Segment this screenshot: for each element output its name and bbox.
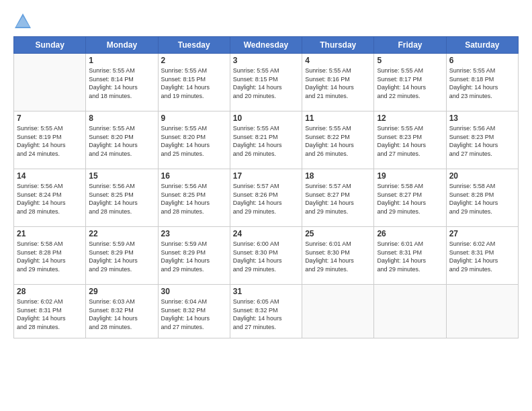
calendar-cell: 6Sunrise: 5:55 AM Sunset: 8:18 PM Daylig… [446,54,518,111]
day-number: 16 [161,171,227,181]
calendar-cell: 30Sunrise: 6:04 AM Sunset: 8:32 PM Dayli… [158,285,230,338]
day-header-monday: Monday [86,37,158,54]
day-number: 28 [17,287,83,296]
week-row-5: 28Sunrise: 6:02 AM Sunset: 8:31 PM Dayli… [14,285,519,338]
calendar-cell: 16Sunrise: 5:56 AM Sunset: 8:25 PM Dayli… [158,169,230,227]
day-number: 7 [17,113,83,123]
week-row-2: 7Sunrise: 5:55 AM Sunset: 8:19 PM Daylig… [14,111,519,169]
day-number: 15 [89,171,154,181]
day-number: 18 [305,171,371,181]
logo-icon [13,12,32,31]
day-number: 13 [449,113,515,123]
calendar-cell: 9Sunrise: 5:55 AM Sunset: 8:20 PM Daylig… [158,111,230,169]
cell-details: Sunrise: 5:55 AM Sunset: 8:18 PM Dayligh… [449,66,515,100]
cell-details: Sunrise: 5:55 AM Sunset: 8:16 PM Dayligh… [305,66,371,100]
calendar-cell: 10Sunrise: 5:55 AM Sunset: 8:21 PM Dayli… [230,111,302,169]
header [13,12,519,31]
calendar-cell: 7Sunrise: 5:55 AM Sunset: 8:19 PM Daylig… [14,111,86,169]
calendar-cell: 11Sunrise: 5:55 AM Sunset: 8:22 PM Dayli… [302,111,374,169]
day-header-wednesday: Wednesday [230,37,302,54]
cell-details: Sunrise: 5:59 AM Sunset: 8:29 PM Dayligh… [89,240,154,273]
calendar-cell: 17Sunrise: 5:57 AM Sunset: 8:26 PM Dayli… [230,169,302,227]
cell-details: Sunrise: 5:58 AM Sunset: 8:28 PM Dayligh… [449,182,515,216]
day-number: 21 [17,229,83,238]
calendar-table: SundayMondayTuesdayWednesdayThursdayFrid… [13,36,519,338]
day-number: 12 [377,113,443,123]
day-number: 26 [377,229,443,238]
calendar-cell: 23Sunrise: 5:59 AM Sunset: 8:29 PM Dayli… [158,227,230,285]
cell-details: Sunrise: 6:04 AM Sunset: 8:32 PM Dayligh… [161,298,227,331]
day-number: 23 [161,229,227,238]
day-number: 17 [233,171,299,181]
calendar-cell: 29Sunrise: 6:03 AM Sunset: 8:32 PM Dayli… [86,285,158,338]
cell-details: Sunrise: 5:55 AM Sunset: 8:20 PM Dayligh… [161,124,227,158]
calendar-cell: 20Sunrise: 5:58 AM Sunset: 8:28 PM Dayli… [446,169,518,227]
calendar-cell: 14Sunrise: 5:56 AM Sunset: 8:24 PM Dayli… [14,169,86,227]
cell-details: Sunrise: 5:55 AM Sunset: 8:22 PM Dayligh… [305,124,371,158]
cell-details: Sunrise: 6:02 AM Sunset: 8:31 PM Dayligh… [449,240,515,273]
calendar-cell [302,285,374,338]
cell-details: Sunrise: 5:55 AM Sunset: 8:19 PM Dayligh… [17,124,83,158]
cell-details: Sunrise: 5:57 AM Sunset: 8:27 PM Dayligh… [305,182,371,216]
days-header-row: SundayMondayTuesdayWednesdayThursdayFrid… [14,37,519,54]
day-number: 20 [449,171,515,181]
calendar-cell: 15Sunrise: 5:56 AM Sunset: 8:25 PM Dayli… [86,169,158,227]
cell-details: Sunrise: 5:57 AM Sunset: 8:26 PM Dayligh… [233,182,299,216]
calendar-cell [374,285,446,338]
cell-details: Sunrise: 5:55 AM Sunset: 8:17 PM Dayligh… [377,66,443,100]
day-number: 29 [89,287,154,296]
cell-details: Sunrise: 6:05 AM Sunset: 8:32 PM Dayligh… [233,298,299,331]
day-number: 9 [161,113,227,123]
calendar-cell: 26Sunrise: 6:01 AM Sunset: 8:31 PM Dayli… [374,227,446,285]
calendar-cell: 28Sunrise: 6:02 AM Sunset: 8:31 PM Dayli… [14,285,86,338]
day-header-friday: Friday [374,37,446,54]
cell-details: Sunrise: 6:03 AM Sunset: 8:32 PM Dayligh… [89,298,154,331]
svg-marker-1 [16,16,30,27]
cell-details: Sunrise: 5:55 AM Sunset: 8:21 PM Dayligh… [233,124,299,158]
cell-details: Sunrise: 5:56 AM Sunset: 8:25 PM Dayligh… [161,182,227,216]
calendar-cell: 31Sunrise: 6:05 AM Sunset: 8:32 PM Dayli… [230,285,302,338]
calendar-cell: 12Sunrise: 5:55 AM Sunset: 8:23 PM Dayli… [374,111,446,169]
day-number: 10 [233,113,299,123]
calendar-page: SundayMondayTuesdayWednesdayThursdayFrid… [0,0,532,411]
cell-details: Sunrise: 6:01 AM Sunset: 8:30 PM Dayligh… [305,240,371,273]
cell-details: Sunrise: 5:55 AM Sunset: 8:15 PM Dayligh… [161,66,227,100]
day-number: 31 [233,287,299,296]
day-number: 1 [89,56,154,65]
day-number: 25 [305,229,371,238]
cell-details: Sunrise: 5:56 AM Sunset: 8:24 PM Dayligh… [17,182,83,216]
day-number: 3 [233,56,299,65]
day-header-sunday: Sunday [14,37,86,54]
day-number: 5 [377,56,443,65]
cell-details: Sunrise: 5:58 AM Sunset: 8:28 PM Dayligh… [17,240,83,273]
calendar-cell: 1Sunrise: 5:55 AM Sunset: 8:14 PM Daylig… [86,54,158,111]
day-number: 14 [17,171,83,181]
calendar-cell: 4Sunrise: 5:55 AM Sunset: 8:16 PM Daylig… [302,54,374,111]
day-number: 6 [449,56,515,65]
calendar-cell: 24Sunrise: 6:00 AM Sunset: 8:30 PM Dayli… [230,227,302,285]
cell-details: Sunrise: 6:01 AM Sunset: 8:31 PM Dayligh… [377,240,443,273]
calendar-cell: 18Sunrise: 5:57 AM Sunset: 8:27 PM Dayli… [302,169,374,227]
cell-details: Sunrise: 5:55 AM Sunset: 8:23 PM Dayligh… [377,124,443,158]
cell-details: Sunrise: 5:56 AM Sunset: 8:23 PM Dayligh… [449,124,515,158]
day-header-tuesday: Tuesday [158,37,230,54]
cell-details: Sunrise: 6:00 AM Sunset: 8:30 PM Dayligh… [233,240,299,273]
day-number: 8 [89,113,154,123]
cell-details: Sunrise: 5:59 AM Sunset: 8:29 PM Dayligh… [161,240,227,273]
calendar-cell: 21Sunrise: 5:58 AM Sunset: 8:28 PM Dayli… [14,227,86,285]
week-row-1: 1Sunrise: 5:55 AM Sunset: 8:14 PM Daylig… [14,54,519,111]
logo [13,12,35,31]
calendar-cell: 13Sunrise: 5:56 AM Sunset: 8:23 PM Dayli… [446,111,518,169]
day-number: 30 [161,287,227,296]
calendar-cell: 19Sunrise: 5:58 AM Sunset: 8:27 PM Dayli… [374,169,446,227]
cell-details: Sunrise: 5:55 AM Sunset: 8:14 PM Dayligh… [89,66,154,100]
calendar-cell: 2Sunrise: 5:55 AM Sunset: 8:15 PM Daylig… [158,54,230,111]
calendar-cell: 3Sunrise: 5:55 AM Sunset: 8:15 PM Daylig… [230,54,302,111]
day-number: 19 [377,171,443,181]
day-number: 24 [233,229,299,238]
calendar-cell: 5Sunrise: 5:55 AM Sunset: 8:17 PM Daylig… [374,54,446,111]
week-row-3: 14Sunrise: 5:56 AM Sunset: 8:24 PM Dayli… [14,169,519,227]
cell-details: Sunrise: 5:55 AM Sunset: 8:20 PM Dayligh… [89,124,154,158]
day-number: 4 [305,56,371,65]
calendar-cell: 25Sunrise: 6:01 AM Sunset: 8:30 PM Dayli… [302,227,374,285]
